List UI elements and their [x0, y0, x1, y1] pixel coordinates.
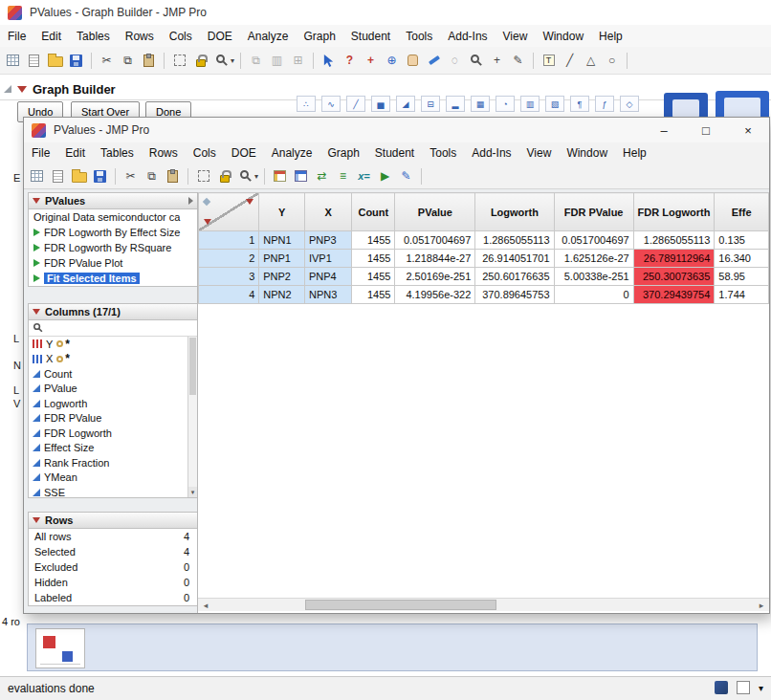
selection-tool-icon[interactable] — [194, 167, 212, 186]
panel-side-arrow-icon[interactable] — [188, 197, 193, 205]
cell-y[interactable]: PNP1 — [259, 250, 305, 268]
new-journal-icon[interactable] — [25, 52, 43, 70]
column-header-fdr-logworth[interactable]: FDR Logworth — [633, 193, 715, 231]
fg-menu-tables[interactable]: Tables — [93, 143, 142, 163]
cell-effect-size[interactable]: 0.135 — [715, 231, 769, 250]
line-element-icon[interactable]: ╱ — [346, 96, 365, 112]
column-header-count[interactable]: Count — [352, 193, 395, 231]
cell-fdr-logworth-highlighted[interactable]: 250.30073635 — [633, 268, 715, 286]
pencil-tool-icon[interactable]: ✎ — [509, 52, 527, 70]
column-header-effect-size[interactable]: Effe — [715, 193, 769, 231]
save-icon[interactable] — [67, 52, 85, 70]
fg-menu-graph[interactable]: Graph — [319, 143, 366, 163]
pvalues-panel-header[interactable]: PValues — [29, 193, 197, 209]
cell-x[interactable]: IVP1 — [304, 250, 351, 268]
bg-menu-window[interactable]: Window — [535, 27, 591, 46]
histogram-element-icon[interactable]: ▂ — [446, 96, 465, 112]
plot-thumbnail[interactable] — [35, 628, 85, 668]
globe-tool-icon[interactable]: ⊕ — [383, 52, 401, 70]
grabber-tool-icon[interactable] — [404, 52, 422, 70]
search-icon[interactable] — [212, 52, 231, 70]
cell-logworth[interactable]: 1.2865055113 — [475, 231, 554, 250]
column-header-pvalue[interactable]: PValue — [395, 193, 475, 231]
stat-selected[interactable]: Selected 4 — [29, 544, 197, 559]
rows-menu-icon[interactable] — [204, 219, 211, 225]
fg-menu-addins[interactable]: Add-Ins — [464, 143, 518, 163]
cell-count[interactable]: 1455 — [352, 231, 395, 250]
red-triangle-menu-icon[interactable] — [17, 86, 27, 93]
close-button[interactable]: × — [727, 118, 769, 142]
cell-x[interactable]: PNP4 — [304, 268, 351, 286]
columns-panel-header[interactable]: Columns (17/1) — [29, 304, 197, 320]
copy-icon[interactable]: ⧉ — [119, 52, 137, 70]
bg-menu-tables[interactable]: Tables — [69, 27, 118, 46]
caption-element-icon[interactable]: ¶ — [570, 96, 589, 112]
column-header-y[interactable]: Y — [259, 193, 305, 231]
cell-y[interactable]: NPN1 — [259, 231, 305, 250]
red-triangle-menu-icon[interactable] — [33, 198, 40, 204]
box-plot-element-icon[interactable]: ⊟ — [421, 96, 440, 112]
cell-count[interactable]: 1455 — [352, 268, 395, 286]
fg-menu-view[interactable]: View — [519, 143, 560, 163]
scrollbar-track[interactable] — [213, 599, 754, 611]
points-element-icon[interactable]: ∴ — [297, 96, 316, 112]
search-icon[interactable] — [236, 167, 254, 186]
open-icon[interactable] — [70, 167, 88, 186]
search-dropdown-icon[interactable]: ▾ — [254, 172, 258, 181]
bar-element-icon[interactable]: ▅ — [371, 96, 390, 112]
sort-icon[interactable]: ≡ — [334, 167, 352, 186]
status-window-icon[interactable] — [715, 681, 728, 694]
brush-tool-icon[interactable] — [425, 52, 443, 70]
annotate-tool-icon[interactable]: T — [540, 52, 558, 70]
bg-menu-graph[interactable]: Graph — [296, 27, 342, 46]
column-header-fdr-pvalue[interactable]: FDR PValue — [554, 193, 633, 231]
maximize-button[interactable]: □ — [685, 118, 727, 142]
smoother-element-icon[interactable]: ∿ — [321, 96, 341, 112]
row-number[interactable]: 1 — [199, 231, 259, 250]
paste-icon[interactable] — [164, 167, 182, 186]
lasso-tool-icon[interactable]: ◌ — [446, 52, 464, 70]
bg-menu-addins[interactable]: Add-Ins — [440, 27, 495, 46]
cell-fdr-pvalue[interactable]: 0.0517004697 — [554, 231, 633, 250]
column-header-logworth[interactable]: Logworth — [475, 193, 554, 231]
paste-icon[interactable] — [140, 52, 158, 70]
run-script-icon[interactable] — [33, 259, 40, 267]
polygon-tool-icon[interactable]: △ — [582, 52, 600, 70]
columns-list-scrollbar[interactable]: ▾ — [187, 337, 197, 497]
crosshair-tool-icon[interactable]: + — [488, 52, 506, 70]
cell-fdr-logworth-highlighted[interactable]: 370.29439754 — [633, 286, 715, 304]
row-number[interactable]: 2 — [199, 250, 259, 268]
bg-menu-rows[interactable]: Rows — [118, 27, 162, 46]
column-item-sse[interactable]: SSE — [29, 485, 197, 497]
rows-panel-header[interactable]: Rows — [29, 513, 197, 529]
bg-menu-analyze[interactable]: Analyze — [240, 27, 297, 46]
bg-menu-view[interactable]: View — [496, 27, 536, 46]
column-item-fdr-logworth[interactable]: FDR Logworth — [29, 426, 197, 441]
row-number[interactable]: 3 — [199, 268, 259, 286]
bg-menu-tools[interactable]: Tools — [398, 27, 440, 46]
help-tool-icon[interactable]: ? — [341, 52, 359, 70]
bg-menu-doe[interactable]: DOE — [200, 27, 240, 46]
fg-menu-student[interactable]: Student — [367, 143, 422, 163]
highlighter-icon[interactable]: ✎ — [397, 167, 415, 186]
treemap-element-icon[interactable]: ▥ — [520, 96, 540, 112]
bg-menu-edit[interactable]: Edit — [33, 27, 69, 46]
mosaic-element-icon[interactable]: ▧ — [545, 96, 564, 112]
bg-menu-file[interactable]: File — [0, 27, 33, 46]
save-icon[interactable] — [91, 167, 109, 186]
cell-logworth[interactable]: 370.89645753 — [475, 286, 554, 304]
cursor-tool-icon[interactable] — [319, 52, 338, 70]
formula-element-icon[interactable]: ƒ — [595, 96, 614, 112]
cell-y[interactable]: NPN2 — [259, 286, 305, 304]
new-journal-icon[interactable] — [49, 167, 67, 186]
cell-fdr-pvalue[interactable]: 5.00338e-251 — [554, 268, 633, 286]
cell-count[interactable]: 1455 — [352, 286, 395, 304]
run-script-icon[interactable] — [33, 274, 40, 282]
run-script-icon[interactable] — [33, 244, 40, 252]
cell-pvalue[interactable]: 1.218844e-27 — [395, 250, 475, 268]
line-tool-icon[interactable]: ╱ — [561, 52, 579, 70]
cell-logworth[interactable]: 250.60176635 — [475, 268, 554, 286]
map-element-icon[interactable]: ◇ — [620, 96, 639, 112]
data-table-icon[interactable] — [271, 167, 289, 186]
collapse-triangle-icon[interactable] — [4, 85, 11, 93]
